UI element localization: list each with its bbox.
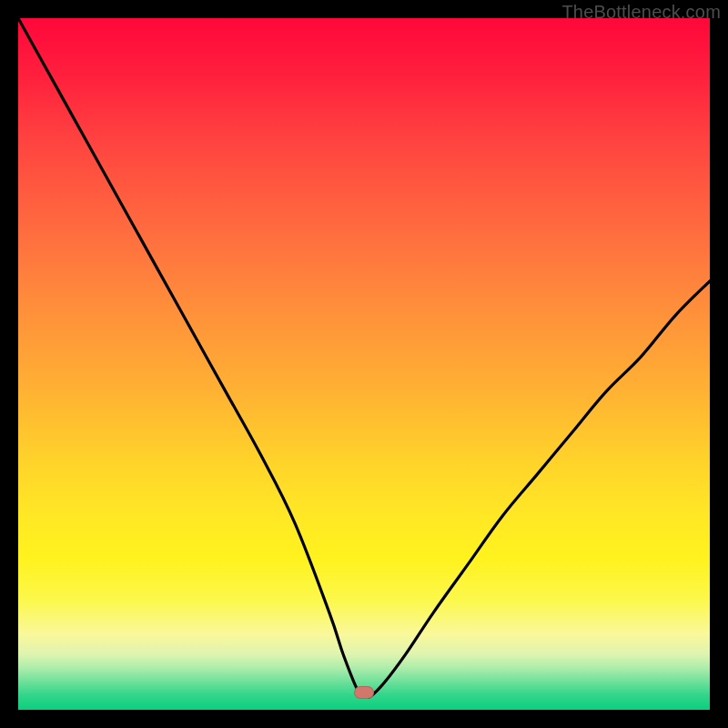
bottleneck-curve <box>18 18 710 710</box>
chart-frame: TheBottleneck.com <box>0 0 728 728</box>
plot-area <box>18 18 710 710</box>
minimum-marker <box>354 686 374 699</box>
